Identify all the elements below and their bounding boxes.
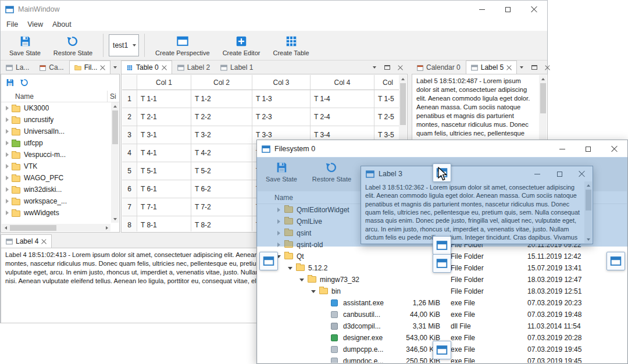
tree-item[interactable]: Vespucci-m...	[1, 149, 111, 160]
drop-indicator-bottom[interactable]	[433, 341, 451, 359]
menu-file[interactable]: File	[2, 19, 23, 30]
save-icon[interactable]	[5, 78, 15, 87]
scroll-right-button[interactable]	[103, 224, 110, 231]
chevron-right-icon[interactable]	[3, 102, 12, 114]
column-divider[interactable]	[107, 91, 108, 102]
chevron-right-icon[interactable]	[3, 160, 12, 172]
chevron-right-icon[interactable]	[3, 207, 12, 219]
table-row-number[interactable]: 5	[122, 162, 137, 180]
tab-close-icon[interactable]	[41, 239, 47, 244]
close-button[interactable]	[601, 140, 627, 158]
scrollbar-thumb[interactable]	[112, 110, 118, 144]
scrollbar-thumb[interactable]	[400, 83, 406, 125]
table-column-header[interactable]: Col 2	[191, 75, 252, 90]
tab-label-4[interactable]: Label 4	[1, 234, 52, 248]
tab-close-icon[interactable]	[100, 65, 105, 70]
tree-item[interactable]: VTK	[1, 160, 111, 172]
menu-about[interactable]: About	[48, 19, 76, 30]
tree-item[interactable]: workspace_...	[1, 195, 111, 207]
drop-indicator-left[interactable]	[259, 252, 278, 270]
undock-button[interactable]	[383, 63, 392, 72]
table-cell[interactable]: T 6-2	[191, 180, 252, 198]
tree-header[interactable]: Name Si	[1, 91, 119, 102]
restore-icon[interactable]	[20, 78, 29, 87]
table-cell[interactable]: T 7-1	[137, 198, 191, 216]
maximize-button[interactable]	[575, 140, 601, 158]
tab-list-button[interactable]	[110, 63, 120, 72]
table-cell[interactable]: T 2-2	[191, 108, 252, 126]
file-row[interactable]: assistant.exe1,26 MiBexe File07.03.2019 …	[258, 297, 627, 309]
menu-view[interactable]: View	[23, 19, 48, 30]
table-cell[interactable]: T 2-5	[374, 108, 399, 126]
scrollbar-thumb[interactable]	[10, 225, 56, 231]
tree-item[interactable]: utfcpp	[1, 137, 111, 149]
name-column-header[interactable]: Name	[15, 92, 34, 101]
tab-close-icon[interactable]	[162, 65, 167, 70]
table-column-header[interactable]: Col 1	[137, 75, 191, 90]
restore-state-button[interactable]: Restore State	[48, 33, 98, 58]
chevron-right-icon[interactable]	[3, 126, 12, 137]
file-row[interactable]: d3dcompil...3,31 MiBdll File11.03.2014 1…	[258, 320, 627, 332]
scroll-up-button[interactable]	[399, 75, 406, 83]
table-cell[interactable]: T 8-1	[137, 216, 191, 231]
drop-indicator-right[interactable]	[606, 252, 625, 270]
tree-item[interactable]: uncrustify	[1, 114, 111, 126]
scrollbar-thumb[interactable]	[540, 83, 546, 113]
table-row-number[interactable]: 2	[122, 108, 137, 126]
table-row-number[interactable]: 4	[122, 144, 137, 162]
file-row[interactable]: mingw73_32File Folder18.03.2019 12:47	[258, 274, 627, 286]
table-cell[interactable]: T 1-2	[191, 90, 252, 108]
tree-item[interactable]: wwWidgets	[1, 207, 111, 219]
tree-item[interactable]: UK3000	[1, 102, 111, 114]
tab-list-button[interactable]	[370, 63, 379, 72]
table-cell[interactable]: T 1-5	[374, 90, 399, 108]
table-cell[interactable]: T 3-1	[137, 126, 191, 144]
table-column-header[interactable]: Col	[374, 75, 399, 90]
minimize-button[interactable]	[549, 140, 575, 158]
table-cell[interactable]: T 8-2	[191, 216, 252, 231]
tab-filesystem[interactable]: Fil...	[69, 60, 111, 74]
table-row-number[interactable]: 8	[122, 216, 137, 231]
table-cell[interactable]: T 1-4	[311, 90, 374, 108]
close-button[interactable]	[521, 1, 547, 18]
create-table-button[interactable]: Create Table	[267, 33, 314, 58]
table-cell[interactable]: T 7-2	[191, 198, 252, 216]
scroll-up-button[interactable]	[111, 102, 119, 110]
perspective-combo[interactable]: test1	[109, 34, 139, 56]
chevron-down-icon[interactable]	[298, 274, 306, 286]
close-panel-button[interactable]	[395, 63, 405, 72]
table-row-number[interactable]: 6	[122, 180, 137, 198]
chevron-right-icon[interactable]	[3, 137, 12, 149]
file-row[interactable]: binFile Folder18.03.2019 12:51	[258, 286, 627, 297]
tab-close-icon[interactable]	[506, 65, 512, 70]
size-column-header[interactable]: Si	[110, 92, 116, 101]
table-cell[interactable]: T 6-1	[137, 180, 191, 198]
table-row-number[interactable]: 1	[122, 90, 137, 108]
file-row[interactable]: canbusutil...44,00 KiBexe File07.03.2019…	[258, 309, 627, 320]
save-state-button[interactable]: Save State	[4, 33, 46, 58]
tab-table-0[interactable]: Table 0	[121, 60, 172, 74]
chevron-right-icon[interactable]	[3, 149, 12, 160]
chevron-right-icon[interactable]	[3, 172, 12, 184]
chevron-right-icon[interactable]	[3, 184, 12, 195]
table-cell[interactable]: T 4-2	[191, 144, 252, 162]
filesystem-titlebar[interactable]: Filesystem 0	[257, 140, 627, 158]
table-cell[interactable]: T 1-1	[137, 90, 191, 108]
vertical-scrollbar[interactable]	[111, 102, 119, 223]
scroll-up-button[interactable]	[539, 75, 547, 83]
tab-label-1[interactable]: Label 1	[215, 60, 258, 74]
drop-indicator-area-top[interactable]	[433, 236, 451, 255]
table-column-header[interactable]: Col 3	[252, 75, 311, 90]
table-cell[interactable]: T 3-2	[191, 126, 252, 144]
tab-calendar-0[interactable]: Calendar 0	[412, 60, 466, 74]
table-cell[interactable]: T 1-3	[252, 90, 311, 108]
chevron-right-icon[interactable]	[3, 195, 12, 207]
scroll-down-button[interactable]	[111, 215, 119, 223]
create-perspective-button[interactable]: Create Perspective	[150, 33, 215, 58]
tree-item[interactable]: WAGO_PFC	[1, 172, 111, 184]
tab-label-2[interactable]: Label 2	[172, 60, 215, 74]
create-editor-button[interactable]: Create Editor	[217, 33, 266, 58]
chevron-down-icon[interactable]	[310, 286, 318, 297]
table-cell[interactable]: T 5-2	[191, 162, 252, 180]
maximize-button[interactable]	[495, 1, 521, 18]
